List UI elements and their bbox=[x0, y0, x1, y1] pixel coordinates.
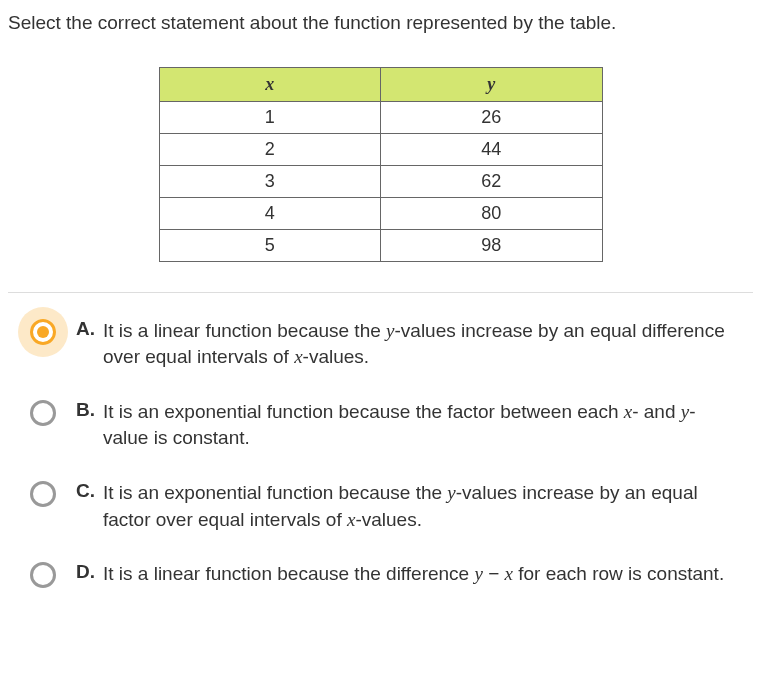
table-row: 1 26 bbox=[159, 101, 602, 133]
option-letter: D. bbox=[76, 561, 95, 583]
option-letter: A. bbox=[76, 318, 95, 340]
data-table: x y 1 26 2 44 3 62 4 80 5 98 bbox=[159, 67, 603, 262]
option-b[interactable]: B.It is an exponential function because … bbox=[30, 399, 731, 452]
option-text: It is an exponential function because th… bbox=[103, 399, 731, 452]
table-row: 5 98 bbox=[159, 229, 602, 261]
radio-button[interactable] bbox=[30, 400, 56, 426]
divider bbox=[8, 292, 753, 293]
table-cell: 4 bbox=[159, 197, 381, 229]
table-row: 2 44 bbox=[159, 133, 602, 165]
option-text: It is a linear function because the diff… bbox=[103, 561, 724, 588]
table-row: 4 80 bbox=[159, 197, 602, 229]
option-d[interactable]: D.It is a linear function because the di… bbox=[30, 561, 731, 588]
variable: y bbox=[386, 320, 394, 341]
table-cell: 62 bbox=[381, 165, 603, 197]
option-text: It is an exponential function because th… bbox=[103, 480, 731, 533]
table-cell: 44 bbox=[381, 133, 603, 165]
table-cell: 5 bbox=[159, 229, 381, 261]
options-container: A.It is a linear function because the y-… bbox=[8, 318, 753, 589]
table-header-x: x bbox=[159, 67, 381, 101]
radio-button[interactable] bbox=[30, 562, 56, 588]
variable: x bbox=[294, 346, 302, 367]
option-c[interactable]: C.It is an exponential function because … bbox=[30, 480, 731, 533]
table-cell: 80 bbox=[381, 197, 603, 229]
variable: y bbox=[447, 482, 455, 503]
table-container: x y 1 26 2 44 3 62 4 80 5 98 bbox=[8, 67, 753, 262]
question-text: Select the correct statement about the f… bbox=[8, 10, 753, 37]
option-letter: C. bbox=[76, 480, 95, 502]
option-a[interactable]: A.It is a linear function because the y-… bbox=[30, 318, 731, 371]
variable: y bbox=[474, 563, 482, 584]
variable: y bbox=[681, 401, 689, 422]
radio-button[interactable] bbox=[30, 319, 56, 345]
table-cell: 2 bbox=[159, 133, 381, 165]
variable: x bbox=[347, 509, 355, 530]
table-cell: 1 bbox=[159, 101, 381, 133]
option-text: It is a linear function because the y-va… bbox=[103, 318, 731, 371]
option-letter: B. bbox=[76, 399, 95, 421]
table-body: 1 26 2 44 3 62 4 80 5 98 bbox=[159, 101, 602, 261]
table-cell: 98 bbox=[381, 229, 603, 261]
radio-inner bbox=[37, 326, 49, 338]
variable: x bbox=[624, 401, 632, 422]
table-row: 3 62 bbox=[159, 165, 602, 197]
radio-button[interactable] bbox=[30, 481, 56, 507]
table-cell: 26 bbox=[381, 101, 603, 133]
variable: x bbox=[505, 563, 513, 584]
table-cell: 3 bbox=[159, 165, 381, 197]
table-header-y: y bbox=[381, 67, 603, 101]
